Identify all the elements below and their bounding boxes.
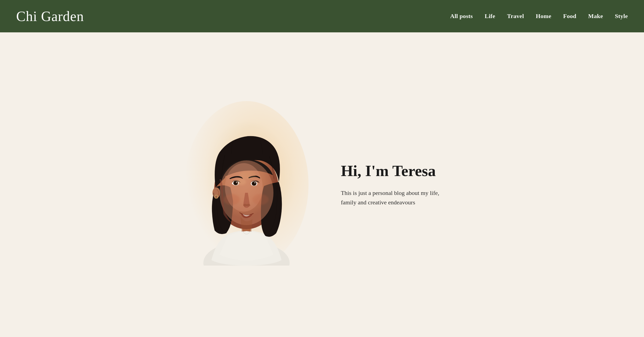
- svg-point-16: [252, 194, 269, 205]
- site-logo[interactable]: Chi Garden: [16, 8, 84, 24]
- hero-text: Hi, I'm Teresa This is just a personal b…: [330, 162, 465, 207]
- svg-point-6: [246, 204, 250, 207]
- svg-point-14: [254, 182, 255, 183]
- hero-section: Hi, I'm Teresa This is just a personal b…: [0, 32, 644, 337]
- site-header: Chi Garden All posts Life Travel Home Fo…: [0, 0, 644, 32]
- svg-point-15: [224, 194, 240, 205]
- hero-description: This is just a personal blog about my li…: [341, 188, 454, 207]
- portrait-illustration: [190, 104, 303, 266]
- nav-make[interactable]: Make: [588, 13, 603, 20]
- nav-food[interactable]: Food: [563, 13, 576, 20]
- portrait-container: [179, 93, 314, 276]
- nav-style[interactable]: Style: [615, 13, 628, 20]
- svg-point-5: [243, 204, 247, 207]
- nav-home[interactable]: Home: [536, 13, 551, 20]
- svg-point-19: [236, 179, 246, 185]
- nav-all-posts[interactable]: All posts: [450, 13, 473, 20]
- nav-life[interactable]: Life: [485, 13, 495, 20]
- svg-point-20: [240, 171, 256, 179]
- nav-travel[interactable]: Travel: [507, 13, 524, 20]
- main-nav: All posts Life Travel Home Food Make Sty…: [450, 13, 628, 20]
- hero-title: Hi, I'm Teresa: [341, 162, 465, 180]
